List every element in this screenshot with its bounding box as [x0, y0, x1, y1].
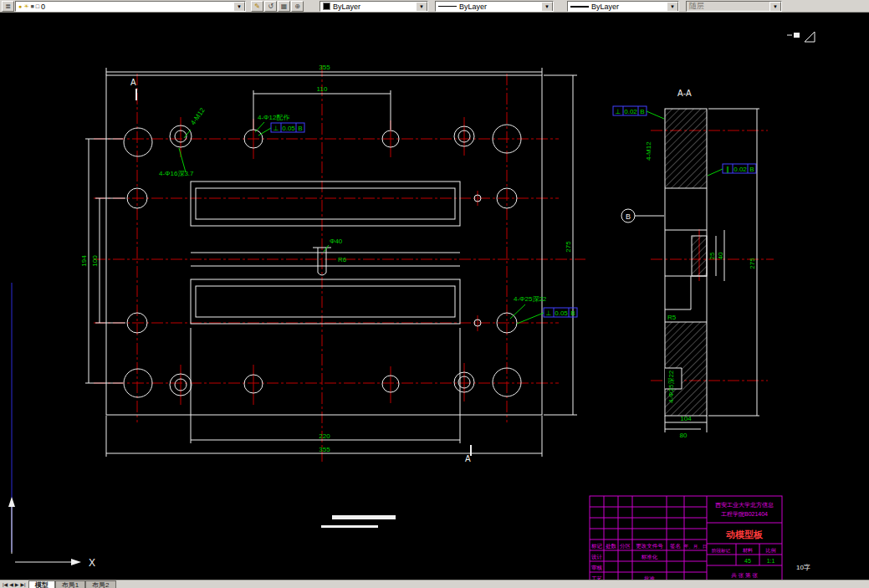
tab-layout1-label: 布局1: [62, 580, 79, 588]
datum-balloon-label: B: [626, 212, 631, 221]
next-tab-button[interactable]: ▶: [15, 581, 19, 587]
color-swatch-icon: [323, 3, 330, 10]
lineweight-combo[interactable]: ByLayer ▼: [567, 1, 679, 12]
titleblock-design: 设计: [591, 554, 603, 560]
layout-tab-bar: |◀ ◀ ▶ ▶| 模型 布局1 布局2: [0, 580, 869, 588]
section-view: A-A B ⊥: [613, 89, 774, 439]
section-cut-label-bottom: A: [465, 454, 471, 463]
annotation-section-phi25: 4-Φ25深22: [667, 370, 675, 403]
tab-layout2[interactable]: 布局2: [85, 580, 115, 588]
tab-nav-buttons: |◀ ◀ ▶ ▶|: [0, 580, 28, 588]
ucs-icon: X: [8, 497, 95, 569]
chevron-down-icon[interactable]: ▼: [541, 2, 553, 12]
dim-top-inner: 110: [317, 85, 328, 93]
layer-properties-button[interactable]: ≣: [2, 1, 14, 12]
main-view: [94, 65, 585, 462]
font-size-note: 10字: [796, 564, 810, 571]
dim-section-bottom1: 104: [680, 415, 692, 422]
tolerance-datum: B: [640, 108, 644, 115]
color-combo-value: ByLayer: [333, 3, 360, 11]
annotation-phi12: 4-Φ12配作: [258, 114, 289, 121]
layer-lock-icon: ■: [31, 2, 34, 11]
titleblock-scale-label: 比例: [766, 548, 776, 554]
tolerance-datum: B: [570, 309, 575, 317]
layer-states-button[interactable]: ▦: [278, 1, 290, 12]
tolerance-value: 0.02: [624, 108, 637, 115]
layer-on-icon: ●: [18, 2, 22, 11]
tab-model-label: 模型: [35, 580, 49, 588]
tolerance-value: 0.05: [282, 125, 295, 132]
section-cut-label-top: A: [130, 78, 136, 87]
plotstyle-combo: 随层 ▼: [686, 1, 782, 12]
prev-tab-button[interactable]: ◀: [9, 581, 13, 587]
dim-bottom-outer: 355: [319, 446, 330, 453]
titleblock-stage-label: 阶段标记: [712, 548, 731, 554]
chevron-down-icon: ▼: [769, 2, 781, 12]
autocad-window: 355 110 194 100 275 220 355: [0, 0, 869, 588]
dim-top-overall: 355: [319, 64, 330, 71]
annotation-phi25: 4-Φ25深22: [514, 295, 547, 303]
lineweight-combo-value: ByLayer: [591, 3, 619, 11]
tolerance-datum: B: [749, 166, 754, 173]
titleblock-hdr-zone: 分区: [620, 543, 631, 549]
color-combo[interactable]: ByLayer ▼: [319, 1, 428, 12]
annotation-m12: 4-M12: [189, 106, 207, 126]
tolerance-value: 0.02: [734, 166, 747, 173]
section-view-label: A-A: [677, 89, 692, 98]
titleblock-material-label: 材料: [742, 548, 753, 554]
linetype-combo[interactable]: ByLayer ▼: [435, 1, 554, 12]
dim-section-bottom2: 80: [680, 432, 688, 439]
title-block: 标记 处数 分区 更改文件号 签名 年、月、日 设计 标准化 审核 工艺 批准 …: [590, 496, 810, 583]
tolerance-value: 0.05: [555, 309, 568, 317]
layer-color-icon: □: [36, 2, 39, 11]
tolerance-symbol: ⊥: [273, 125, 279, 132]
titleblock-hdr-mark: 标记: [590, 543, 603, 550]
titleblock-hdr-doc: 更改文件号: [636, 543, 663, 550]
titleblock-part-name: 动模型板: [725, 529, 764, 539]
linetype-combo-value: ByLayer: [459, 3, 487, 11]
dim-section-d2: 40: [717, 252, 724, 259]
tolerance-symbol: ∥: [726, 166, 729, 173]
layer-freeze-icon: ☀: [23, 2, 28, 11]
titleblock-hdr-sign: 签名: [670, 543, 681, 550]
chevron-down-icon[interactable]: ▼: [667, 2, 678, 12]
tab-model[interactable]: 模型: [28, 580, 55, 588]
titleblock-standard: 标准化: [641, 554, 658, 560]
chevron-down-icon[interactable]: ▼: [416, 2, 427, 12]
tolerance-symbol: ⊥: [546, 309, 552, 317]
drawing-canvas[interactable]: 355 110 194 100 275 220 355: [0, 0, 869, 588]
titleblock-hdr-count: 处数: [606, 543, 617, 550]
annotation-section-m12: 4-M12: [645, 141, 652, 161]
tolerance-symbol: ⊥: [616, 108, 621, 115]
dim-right-outer: 275: [565, 241, 572, 253]
titleblock-material-value: 45: [744, 558, 751, 564]
annotation-phi16: 4-Φ16深3.7: [159, 170, 194, 177]
dim-left-outer: 194: [80, 255, 88, 267]
tolerance-datum: B: [298, 125, 302, 132]
ucs-x-axis-label: X: [89, 557, 95, 569]
tab-layout1[interactable]: 布局1: [55, 580, 85, 588]
make-object-layer-button[interactable]: ✎: [251, 1, 263, 12]
lineweight-sample-icon: [570, 6, 589, 8]
titleblock-sheets: 共 张 第 张: [731, 572, 758, 579]
titleblock-hdr-date: 年、月、日: [684, 544, 708, 550]
titleblock-school-line1: 西安工业大学北方信息: [715, 501, 774, 509]
main-view-dimensions: 355 110 194 100 275 220 355: [80, 64, 577, 463]
dim-section-radius: R5: [667, 314, 677, 321]
titleblock-scale-value: 1:1: [767, 558, 775, 564]
layer-combo[interactable]: ● ☀ ■ □ 0 ▼: [15, 1, 246, 12]
layer-previous-button[interactable]: ↺: [264, 1, 277, 12]
tab-layout2-label: 布局2: [92, 580, 109, 588]
annotation-phi40: Φ40: [330, 238, 343, 245]
chevron-down-icon[interactable]: ▼: [233, 2, 245, 12]
titleblock-review: 审核: [591, 565, 603, 570]
first-tab-button[interactable]: |◀: [3, 581, 8, 587]
annotation-r6: R6: [338, 256, 347, 263]
layer-combo-value: 0: [41, 3, 45, 11]
dim-section-height: 275: [749, 258, 756, 269]
plotstyle-combo-value: 随层: [689, 1, 704, 12]
layer-isolate-button[interactable]: ⊕: [291, 1, 304, 12]
dim-section-d1: 25: [708, 252, 716, 259]
last-tab-button[interactable]: ▶|: [20, 581, 25, 587]
dim-bottom-inner: 220: [319, 432, 330, 440]
